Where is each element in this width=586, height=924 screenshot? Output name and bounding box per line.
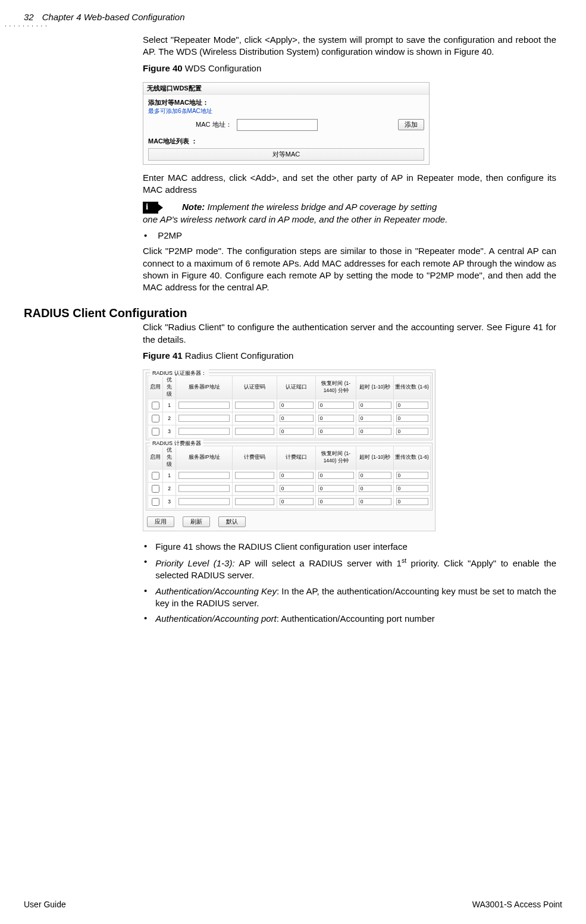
retry-input[interactable] xyxy=(396,485,428,492)
figure40-body: 添加对等MAC地址： 最多可添加6条MAC地址 MAC 地址： 添加 MAC地址… xyxy=(143,95,429,164)
retry-input[interactable] xyxy=(396,415,428,422)
retry-input[interactable] xyxy=(396,402,428,409)
acct-key-input[interactable] xyxy=(235,498,275,505)
enable-checkbox[interactable] xyxy=(152,428,159,436)
col-enable: 启用 xyxy=(148,375,163,399)
recover-input[interactable] xyxy=(318,498,354,505)
port-input[interactable] xyxy=(280,402,314,409)
recover-input[interactable] xyxy=(318,485,354,492)
bullet-dot-icon: • xyxy=(144,230,147,240)
acct-key-input[interactable] xyxy=(235,485,275,492)
server-ip-input[interactable] xyxy=(178,485,230,492)
col-server-ip: 服务器IP地址 xyxy=(176,446,233,469)
server-ip-input[interactable] xyxy=(178,428,230,435)
paragraph-radius-intro: Click "Radius Client" to configure the a… xyxy=(143,321,556,346)
table-row: 1 xyxy=(148,399,431,412)
port-input[interactable] xyxy=(280,415,314,422)
footer-right: WA3001-S Access Point xyxy=(472,900,562,909)
bullet4-rest: : Authentication/Accounting port number xyxy=(277,613,435,624)
enable-checkbox[interactable] xyxy=(152,472,159,480)
timeout-input[interactable] xyxy=(359,402,391,409)
figure40-add-button[interactable]: 添加 xyxy=(398,119,424,130)
server-ip-input[interactable] xyxy=(178,472,230,479)
recover-input[interactable] xyxy=(318,415,354,422)
enable-checkbox[interactable] xyxy=(152,485,159,493)
radius-content: Click "Radius Client" to configure the a… xyxy=(143,321,556,625)
port-input[interactable] xyxy=(280,428,314,435)
port-input[interactable] xyxy=(280,472,314,479)
figure40-list-label: MAC地址列表 ： xyxy=(148,137,424,146)
timeout-input[interactable] xyxy=(359,472,391,479)
timeout-input[interactable] xyxy=(359,428,391,435)
auth-key-input[interactable] xyxy=(235,428,275,435)
paragraph-intro: Select "Repeater Mode", click <Apply>, t… xyxy=(143,34,556,58)
page-header: 32 Chapter 4 Web-based Configuration xyxy=(24,12,562,22)
enable-checkbox[interactable] xyxy=(152,402,159,409)
recover-input[interactable] xyxy=(318,472,354,479)
col-timeout: 超时 (1-10)秒 xyxy=(356,446,394,469)
retry-input[interactable] xyxy=(396,498,428,505)
server-ip-input[interactable] xyxy=(178,402,230,409)
figure40-mac-label: MAC 地址： xyxy=(196,120,232,129)
retry-input[interactable] xyxy=(396,472,428,479)
server-ip-input[interactable] xyxy=(178,415,230,422)
refresh-button[interactable]: 刷新 xyxy=(183,516,210,527)
note-line1-text: Implement the wireless bridge and AP cov… xyxy=(205,202,437,212)
figure40-mac-row: MAC 地址： 添加 xyxy=(148,119,424,131)
auth-key-input[interactable] xyxy=(235,415,275,422)
col-auth-key: 认证密码 xyxy=(233,375,277,399)
enable-checkbox[interactable] xyxy=(152,415,159,422)
page-number: 32 xyxy=(24,12,34,22)
col-retry: 重传次数 (1-6) xyxy=(394,446,431,469)
recover-input[interactable] xyxy=(318,428,354,435)
col-recover: 恢复时间 (1-1440) 分钟 xyxy=(316,375,356,399)
col-enable: 启用 xyxy=(148,446,163,469)
figure41-button-row: 应用 刷新 默认 xyxy=(143,513,435,531)
note-first-line: Note: Implement the wireless bridge and … xyxy=(182,202,556,212)
recover-input[interactable] xyxy=(318,402,354,409)
figure41-acct-table: 启用 优先级 服务器IP地址 计费密码 计费端口 恢复时间 (1-1440) 分… xyxy=(148,446,431,509)
page-footer: User Guide WA3001-S Access Point xyxy=(24,900,562,909)
bullet-p2mp-label: P2MP xyxy=(158,230,182,240)
figure41-acct-legend: RADIUS 计费服务器 xyxy=(150,440,203,447)
priority-cell: 2 xyxy=(163,412,176,425)
figure40-table-header: 对等MAC xyxy=(148,148,424,161)
note-row: Note: Implement the wireless bridge and … xyxy=(143,202,556,214)
retry-input[interactable] xyxy=(396,428,428,435)
port-input[interactable] xyxy=(280,498,314,505)
figure40-panel: 无线端口WDS配置 添加对等MAC地址： 最多可添加6条MAC地址 MAC 地址… xyxy=(143,82,430,165)
timeout-input[interactable] xyxy=(359,485,391,492)
figure40-mac-input[interactable] xyxy=(237,119,318,131)
table-header-row: 启用 优先级 服务器IP地址 计费密码 计费端口 恢复时间 (1-1440) 分… xyxy=(148,446,431,469)
figure40-title: 无线端口WDS配置 xyxy=(143,83,429,95)
col-auth-port: 认证端口 xyxy=(277,375,316,399)
figure41-caption: Figure 41 Radius Client Configuration xyxy=(143,350,556,361)
bullet-row-4: • Authentication/Accounting port: Authen… xyxy=(143,613,556,625)
bullet-dot-icon: • xyxy=(144,541,147,553)
timeout-input[interactable] xyxy=(359,498,391,505)
figure41-label: Figure 41 xyxy=(143,350,183,361)
note-label: Note: xyxy=(182,202,205,212)
server-ip-input[interactable] xyxy=(178,498,230,505)
apply-button[interactable]: 应用 xyxy=(147,516,174,527)
figure40-list-label-text: MAC地址列表 ： xyxy=(148,137,198,145)
default-button[interactable]: 默认 xyxy=(218,516,246,527)
auth-key-input[interactable] xyxy=(235,402,275,409)
figure41-auth-legend: RADIUS 认证服务器： xyxy=(150,369,209,377)
table-row: 2 xyxy=(148,412,431,425)
timeout-input[interactable] xyxy=(359,415,391,422)
bullet-p2mp: • P2MP xyxy=(143,230,556,240)
col-acct-port: 计费端口 xyxy=(277,446,316,469)
col-recover: 恢复时间 (1-1440) 分钟 xyxy=(316,446,356,469)
col-acct-key: 计费密码 xyxy=(233,446,277,469)
info-icon xyxy=(143,202,158,214)
enable-checkbox[interactable] xyxy=(152,498,159,506)
col-priority: 优先级 xyxy=(163,375,176,399)
priority-cell: 3 xyxy=(163,495,176,508)
port-input[interactable] xyxy=(280,485,314,492)
paragraph-p2mp: Click "P2MP mode". The configuration ste… xyxy=(143,245,556,293)
acct-key-input[interactable] xyxy=(235,472,275,479)
bullet2-label: Priority Level (1-3): xyxy=(155,558,234,568)
page: 32 Chapter 4 Web-based Configuration · ·… xyxy=(0,0,586,924)
figure41-auth-table: 启用 优先级 服务器IP地址 认证密码 认证端口 恢复时间 (1-1440) 分… xyxy=(148,375,431,438)
